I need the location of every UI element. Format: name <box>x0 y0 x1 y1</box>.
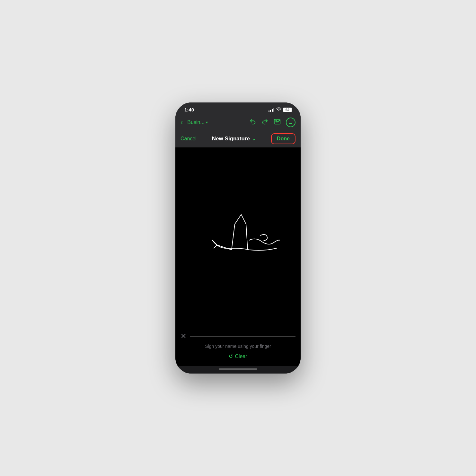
signature-line-row: ✕ <box>181 332 295 340</box>
signature-title: New Signature ⌄ <box>212 136 256 142</box>
battery-icon: 62 <box>283 108 292 112</box>
signal-icon <box>269 108 274 112</box>
nav-title-text: Busin... <box>187 119 204 125</box>
status-bar: 1:40 62 <box>175 102 301 115</box>
nav-title: Busin... ▾ <box>187 119 207 125</box>
back-button[interactable]: ‹ <box>181 118 183 127</box>
signature-chevron-icon[interactable]: ⌄ <box>252 136 256 141</box>
wifi-icon <box>276 107 281 112</box>
nav-bar: ‹ Busin... ▾ <box>175 115 301 130</box>
clear-label: Clear <box>235 354 247 359</box>
share-icon[interactable] <box>286 118 295 127</box>
hint-text: Sign your name using your finger <box>181 344 295 349</box>
nav-title-chevron[interactable]: ▾ <box>206 120 208 125</box>
signature-drawing <box>193 198 283 270</box>
clear-button[interactable]: ↺ Clear <box>181 353 295 359</box>
signature-canvas[interactable] <box>175 147 301 328</box>
svg-point-1 <box>279 120 280 121</box>
signature-baseline <box>190 336 295 337</box>
x-mark: ✕ <box>181 332 186 340</box>
signature-title-text: New Signature <box>212 136 250 142</box>
cancel-button[interactable]: Cancel <box>181 136 197 142</box>
redo-icon[interactable] <box>261 118 269 127</box>
signature-toolbar: Cancel New Signature ⌄ Done <box>175 130 301 147</box>
undo-icon[interactable] <box>249 118 256 127</box>
status-icons: 62 <box>269 107 292 112</box>
phone-frame: 1:40 62 ‹ Busin... ▾ <box>175 102 301 374</box>
nav-icons <box>249 118 295 127</box>
done-button[interactable]: Done <box>271 133 295 144</box>
signature-bottom: ✕ Sign your name using your finger ↺ Cle… <box>175 328 301 366</box>
markup-icon[interactable] <box>274 118 281 127</box>
home-indicator <box>175 366 301 374</box>
battery-level: 62 <box>283 108 292 112</box>
home-bar <box>219 368 257 370</box>
status-time: 1:40 <box>184 107 194 112</box>
clear-icon: ↺ <box>229 353 233 359</box>
